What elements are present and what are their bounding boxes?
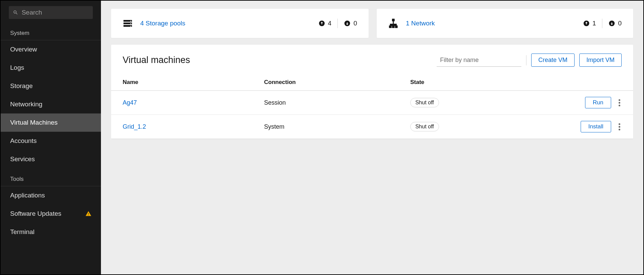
sidebar-item-services[interactable]: Services	[1, 150, 101, 168]
sidebar-item-accounts[interactable]: Accounts	[1, 132, 101, 150]
table-row: Ag47SessionShut offRun	[111, 91, 633, 115]
sidebar: SystemOverviewLogsStorageNetworkingVirtu…	[1, 1, 101, 274]
sidebar-item-label: Virtual Machines	[10, 119, 58, 126]
vm-panel-header: Virtual machines Create VM Import VM	[111, 45, 633, 73]
sidebar-item-networking[interactable]: Networking	[1, 95, 101, 113]
sidebar-item-label: Storage	[10, 82, 33, 90]
vm-state-badge: Shut off	[410, 122, 439, 131]
search-container	[1, 1, 101, 22]
search-box[interactable]	[9, 6, 93, 19]
summary-cards-row: 4 Storage pools 4 0 1 N	[111, 9, 633, 38]
svg-rect-2	[392, 25, 395, 27]
sidebar-item-label: Applications	[10, 192, 45, 199]
arrow-up-circle-icon	[318, 20, 325, 27]
sidebar-item-logs[interactable]: Logs	[1, 59, 101, 77]
stat-divider	[602, 19, 602, 28]
sidebar-item-terminal[interactable]: Terminal	[1, 223, 101, 241]
network-link[interactable]: 1 Network	[406, 20, 435, 27]
network-up-count: 1	[593, 20, 596, 27]
sidebar-item-label: Software Updates	[10, 210, 61, 217]
row-actions: Install	[556, 121, 622, 132]
sidebar-item-label: Logs	[10, 64, 24, 71]
sidebar-item-label: Terminal	[10, 228, 35, 236]
vm-table: Name Connection State Ag47SessionShut of…	[111, 73, 633, 139]
create-vm-button[interactable]: Create VM	[531, 54, 575, 67]
vm-state-badge: Shut off	[410, 98, 439, 107]
vm-name-link[interactable]: Grid_1.2	[123, 123, 146, 130]
kebab-menu-icon[interactable]	[617, 98, 622, 108]
vm-col-state: State	[403, 73, 549, 91]
nav-section-header: Tools	[1, 168, 101, 186]
kebab-menu-icon[interactable]	[617, 122, 622, 132]
svg-rect-0	[392, 19, 395, 21]
arrow-down-circle-icon	[608, 20, 615, 27]
storage-card-left: 4 Storage pools	[123, 18, 185, 28]
sidebar-item-software-updates[interactable]: Software Updates	[1, 205, 101, 223]
vm-col-connection: Connection	[257, 73, 403, 91]
search-input[interactable]	[22, 9, 89, 16]
network-card-left: 1 Network	[388, 18, 435, 28]
install-button[interactable]: Install	[581, 121, 611, 132]
network-down-stat: 0	[608, 20, 622, 27]
row-actions: Run	[556, 97, 622, 108]
nav-section-header: System	[1, 22, 101, 40]
sidebar-item-label: Networking	[10, 101, 42, 108]
storage-icon	[123, 18, 133, 28]
search-icon	[13, 9, 18, 16]
arrow-down-circle-icon	[344, 20, 351, 27]
table-row: Grid_1.2SystemShut offInstall	[111, 115, 633, 139]
vm-panel-actions: Create VM Import VM	[437, 54, 622, 67]
network-down-count: 0	[618, 20, 622, 27]
vm-panel: Virtual machines Create VM Import VM Nam…	[111, 45, 633, 139]
vm-panel-title: Virtual machines	[123, 55, 190, 65]
sidebar-item-label: Overview	[10, 46, 37, 53]
import-vm-button[interactable]: Import VM	[579, 54, 622, 67]
network-up-stat: 1	[583, 20, 596, 27]
vm-col-actions	[549, 73, 633, 91]
storage-down-count: 0	[353, 20, 357, 27]
vm-name-link[interactable]: Ag47	[123, 99, 137, 106]
storage-pools-link[interactable]: 4 Storage pools	[140, 20, 185, 27]
network-icon	[388, 18, 398, 28]
app-root: SystemOverviewLogsStorageNetworkingVirtu…	[0, 0, 644, 275]
vm-filter-input[interactable]	[437, 54, 521, 67]
sidebar-item-virtual-machines[interactable]: Virtual Machines	[1, 113, 101, 132]
stat-divider	[337, 19, 338, 28]
storage-pools-card: 4 Storage pools 4 0	[111, 9, 369, 38]
storage-down-stat: 0	[344, 20, 357, 27]
vm-connection: Session	[257, 91, 403, 115]
sidebar-item-label: Accounts	[10, 137, 37, 145]
warning-icon	[85, 211, 91, 217]
storage-up-stat: 4	[318, 20, 332, 27]
sidebar-item-overview[interactable]: Overview	[1, 40, 101, 59]
vm-connection: System	[257, 115, 403, 139]
storage-stats: 4 0	[318, 19, 357, 28]
storage-up-count: 4	[328, 20, 332, 27]
arrow-up-circle-icon	[583, 20, 590, 27]
sidebar-item-label: Services	[10, 155, 35, 163]
svg-rect-1	[389, 25, 392, 27]
sidebar-item-applications[interactable]: Applications	[1, 186, 101, 205]
actions-divider	[526, 55, 526, 65]
main-content: 4 Storage pools 4 0 1 N	[101, 1, 643, 274]
sidebar-item-storage[interactable]: Storage	[1, 77, 101, 95]
svg-rect-3	[395, 25, 398, 27]
network-card: 1 Network 1 0	[377, 9, 633, 38]
vm-col-name: Name	[111, 73, 257, 91]
network-stats: 1 0	[583, 19, 622, 28]
run-button[interactable]: Run	[585, 97, 611, 108]
